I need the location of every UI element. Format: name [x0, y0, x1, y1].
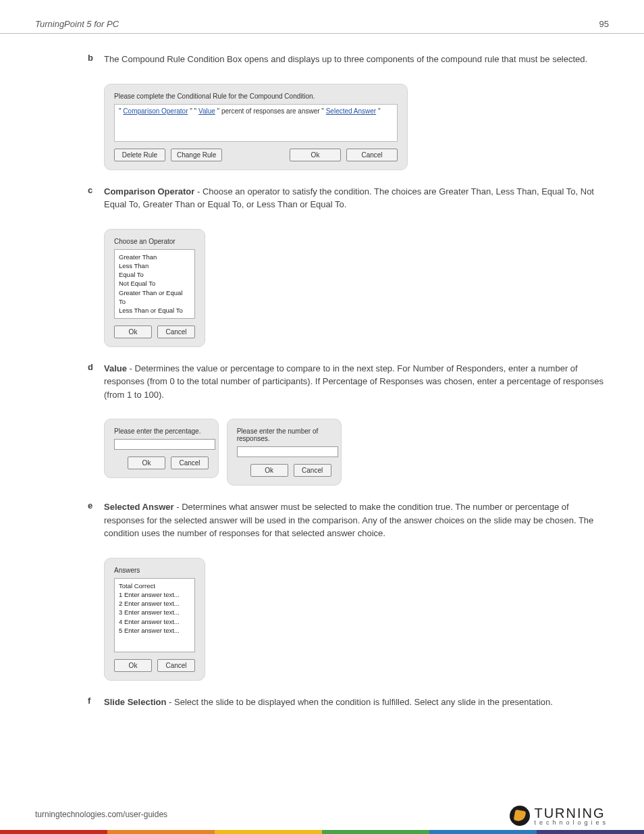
- content: b The Compound Rule Condition Box opens …: [0, 53, 644, 708]
- selected-answer-link[interactable]: Selected Answer: [326, 107, 377, 115]
- footer-url: turningtechnologies.com/user-guides: [35, 810, 167, 826]
- cancel-button[interactable]: Cancel: [157, 325, 195, 338]
- list-item[interactable]: 4 Enter answer text...: [119, 617, 190, 626]
- list-item[interactable]: 2 Enter answer text...: [119, 599, 190, 608]
- footer-stripe: [0, 830, 644, 834]
- dialog-buttons: Ok Cancel: [114, 457, 209, 469]
- list-item[interactable]: Less Than: [119, 261, 190, 270]
- rule-mid-text: percent of responses are answer: [221, 107, 321, 115]
- cancel-button[interactable]: Cancel: [294, 464, 331, 477]
- doc-title: TurningPoint 5 for PC: [35, 19, 119, 29]
- step-desc: - Determines what answer must be selecte…: [104, 502, 593, 538]
- page-number: 95: [599, 19, 609, 29]
- step-label: Selected Answer: [104, 502, 174, 512]
- answers-dialog: Answers Total Correct 1 Enter answer tex…: [104, 558, 205, 681]
- change-rule-button[interactable]: Change Rule: [171, 149, 222, 161]
- brand-sub: technologies: [534, 820, 609, 826]
- list-item[interactable]: Greater Than: [119, 253, 190, 261]
- page-header: TurningPoint 5 for PC 95: [0, 0, 644, 34]
- step-label: Comparison Operator: [104, 186, 194, 197]
- step-f: f Slide Selection - Select the slide to …: [88, 696, 609, 709]
- responses-dialog: Please enter the number of responses. Ok…: [227, 419, 342, 486]
- list-item[interactable]: Not Equal To: [119, 279, 190, 288]
- brand-name: TURNING: [534, 806, 609, 820]
- operator-dialog: Choose an Operator Greater Than Less Tha…: [104, 229, 205, 347]
- list-item[interactable]: Less Than or Equal To: [119, 306, 190, 315]
- cancel-button[interactable]: Cancel: [171, 457, 209, 469]
- step-letter: e: [88, 500, 104, 540]
- cancel-button[interactable]: Cancel: [157, 659, 195, 672]
- ok-button[interactable]: Ok: [114, 659, 152, 672]
- brand-logo: TURNING technologies: [510, 806, 609, 826]
- ok-button[interactable]: Ok: [290, 149, 341, 161]
- step-text: The Compound Rule Condition Box opens an…: [104, 53, 609, 66]
- step-text: Value - Determines the value or percenta…: [104, 362, 609, 402]
- list-item[interactable]: Total Correct: [119, 581, 190, 590]
- step-e: e Selected Answer - Determines what answ…: [88, 500, 609, 540]
- step-c: c Comparison Operator - Choose an operat…: [88, 185, 609, 211]
- percentage-input[interactable]: [114, 439, 215, 450]
- step-letter: c: [88, 185, 104, 211]
- percentage-dialog: Please enter the percentage. Ok Cancel: [104, 419, 219, 478]
- dialog-title: Choose an Operator: [114, 238, 195, 245]
- delete-rule-button[interactable]: Delete Rule: [114, 149, 165, 161]
- value-link[interactable]: Value: [198, 107, 215, 115]
- rule-text-box: " Comparison Operator " " Value " percen…: [114, 104, 398, 142]
- step-label: Value: [104, 363, 127, 373]
- dialog-buttons: Ok Cancel: [114, 325, 195, 338]
- list-item[interactable]: 3 Enter answer text...: [119, 608, 190, 617]
- step-d: d Value - Determines the value or percen…: [88, 362, 609, 402]
- operator-list[interactable]: Greater Than Less Than Equal To Not Equa…: [114, 249, 195, 319]
- step-label: Slide Selection: [104, 697, 166, 707]
- step-letter: d: [88, 362, 104, 402]
- step-text: Selected Answer - Determines what answer…: [104, 500, 609, 540]
- dialog-title: Please enter the number of responses.: [237, 427, 331, 442]
- ok-button[interactable]: Ok: [114, 325, 152, 338]
- list-item[interactable]: Greater Than or Equal To: [119, 288, 190, 307]
- step-letter: f: [88, 696, 104, 709]
- dialog-title: Please enter the percentage.: [114, 427, 209, 435]
- comparison-operator-link[interactable]: Comparison Operator: [123, 107, 188, 115]
- compound-rule-dialog: Please complete the Conditional Rule for…: [104, 84, 408, 170]
- step-letter: b: [88, 53, 104, 66]
- list-item[interactable]: 1 Enter answer text...: [119, 590, 190, 599]
- dialog-buttons: Ok Cancel: [114, 659, 195, 672]
- step-text: Comparison Operator - Choose an operator…: [104, 185, 609, 211]
- answers-list[interactable]: Total Correct 1 Enter answer text... 2 E…: [114, 578, 195, 652]
- responses-input[interactable]: [237, 446, 338, 457]
- dialog-title: Please complete the Conditional Rule for…: [114, 93, 398, 100]
- step-desc: - Determines the value or percentage to …: [104, 363, 603, 400]
- step-desc: - Select the slide to be displayed when …: [169, 697, 553, 707]
- ok-button[interactable]: Ok: [128, 457, 165, 469]
- dialog-buttons: Delete Rule Change Rule Ok Cancel: [114, 149, 398, 161]
- list-item[interactable]: 5 Enter answer text...: [119, 626, 190, 635]
- list-item[interactable]: Equal To: [119, 270, 190, 279]
- dialog-title: Answers: [114, 567, 195, 574]
- step-text: Slide Selection - Select the slide to be…: [104, 696, 609, 709]
- page-footer: turningtechnologies.com/user-guides TURN…: [0, 806, 644, 834]
- logo-icon: [510, 806, 530, 826]
- ok-button[interactable]: Ok: [250, 464, 288, 477]
- step-b: b The Compound Rule Condition Box opens …: [88, 53, 609, 66]
- cancel-button[interactable]: Cancel: [346, 149, 398, 161]
- dialog-buttons: Ok Cancel: [237, 464, 331, 477]
